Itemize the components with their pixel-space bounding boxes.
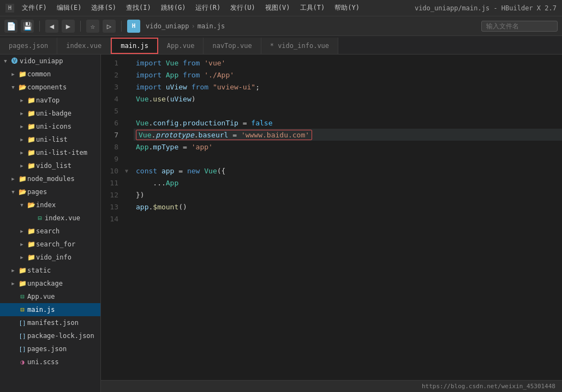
run-button[interactable]: ▷ bbox=[103, 20, 116, 33]
fold-gutter bbox=[125, 69, 134, 81]
line-number: 13 bbox=[101, 201, 125, 213]
tab-bar: pages.json index.vue main.js App.vue nav… bbox=[0, 36, 562, 55]
menu-run[interactable]: 运行(R) bbox=[191, 2, 225, 14]
sidebar-item-manifest-json[interactable]: [] manifest.json bbox=[0, 316, 100, 329]
sidebar-item-common[interactable]: ▶ 📁 common bbox=[0, 68, 100, 81]
menu-find[interactable]: 查找(I) bbox=[122, 2, 156, 14]
folder-arrow: ▶ bbox=[9, 268, 17, 273]
menu-view[interactable]: 视图(V) bbox=[261, 2, 295, 14]
sidebar-label: uni-list-item bbox=[36, 149, 87, 156]
sidebar-label: pages bbox=[27, 188, 47, 196]
toolbar-separator-3 bbox=[121, 21, 122, 32]
sidebar-item-app-vue[interactable]: ⊟ App.vue bbox=[0, 290, 100, 303]
line-number: 4 bbox=[101, 93, 125, 105]
sidebar-label: search bbox=[36, 227, 59, 235]
folder-arrow: ▶ bbox=[17, 163, 26, 168]
folder-icon: 📁 bbox=[26, 97, 36, 104]
sidebar-item-uni-scss[interactable]: ◑ uni.scss bbox=[0, 355, 100, 369]
folder-icon: 📁 bbox=[17, 280, 27, 287]
bookmark-button[interactable]: ☆ bbox=[86, 20, 99, 33]
sidebar-item-uni-badge[interactable]: ▶ 📁 uni-badge bbox=[0, 107, 100, 120]
tab-index-vue[interactable]: index.vue bbox=[57, 38, 111, 54]
sidebar-item-pages[interactable]: ▼ 📂 pages bbox=[0, 185, 100, 198]
sidebar-item-vido-info[interactable]: ▶ 📁 vido_info bbox=[0, 251, 100, 264]
fold-gutter bbox=[125, 201, 134, 213]
line-number: 9 bbox=[101, 153, 125, 165]
line-code bbox=[134, 105, 562, 117]
sidebar-label: main.js bbox=[27, 306, 55, 313]
sidebar-item-search[interactable]: ▶ 📁 search bbox=[0, 225, 100, 238]
toolbar-separator bbox=[39, 21, 40, 32]
new-file-button[interactable]: 📄 bbox=[4, 20, 17, 33]
tab-vido-info-vue[interactable]: * vido_info.vue bbox=[261, 38, 338, 54]
sidebar-item-main-js[interactable]: ⊟ main.js bbox=[0, 303, 100, 316]
fold-gutter bbox=[125, 117, 134, 129]
sidebar-item-uni-icons[interactable]: ▶ 📁 uni-icons bbox=[0, 120, 100, 133]
footer: https://blog.csdn.net/weixin_45301448 bbox=[101, 380, 562, 392]
folder-icon: 📂 bbox=[17, 83, 27, 91]
tab-pages-json[interactable]: pages.json bbox=[0, 38, 57, 54]
sidebar-item-index-vue[interactable]: ⊟ index.vue bbox=[0, 212, 100, 225]
menu-file[interactable]: 文件(F) bbox=[17, 2, 51, 14]
folder-arrow: ▼ bbox=[9, 189, 17, 195]
folder-icon: 📁 bbox=[26, 254, 36, 261]
line-number: 1 bbox=[101, 57, 125, 69]
sidebar-item-pages-json[interactable]: [] pages.json bbox=[0, 342, 100, 355]
code-line-14: 14 bbox=[101, 213, 562, 225]
sidebar-label: uni-badge bbox=[36, 110, 71, 117]
tab-main-js[interactable]: main.js bbox=[111, 38, 158, 54]
file-search-input[interactable] bbox=[481, 21, 558, 32]
menu-tools[interactable]: 工具(T) bbox=[296, 2, 330, 14]
forward-button[interactable]: ▶ bbox=[62, 20, 75, 33]
menu-jump[interactable]: 跳转(G) bbox=[157, 2, 190, 14]
sidebar-label: unpackage bbox=[27, 280, 63, 287]
sidebar-item-search-for[interactable]: ▶ 📁 search_for bbox=[0, 238, 100, 251]
menu-publish[interactable]: 发行(U) bbox=[226, 2, 260, 14]
sidebar-label: index.vue bbox=[45, 214, 80, 222]
line-number: 7 bbox=[101, 129, 125, 141]
fold-gutter bbox=[125, 129, 134, 141]
line-number: 6 bbox=[101, 117, 125, 129]
sidebar-item-uni-list[interactable]: ▶ 📁 uni-list bbox=[0, 133, 100, 146]
breadcrumb-sep: › bbox=[191, 22, 195, 30]
breadcrumb-root[interactable]: vido_uniapp bbox=[146, 22, 189, 30]
folder-icon: 📂 bbox=[17, 188, 27, 196]
sidebar-item-package-lock-json[interactable]: [] package-lock.json bbox=[0, 329, 100, 342]
code-editor[interactable]: 1 import Vue from 'vue' 2 import App fro… bbox=[101, 55, 562, 392]
folder-icon: 📁 bbox=[26, 227, 36, 235]
line-code: }) bbox=[134, 189, 562, 201]
sidebar-item-unpackage[interactable]: ▶ 📁 unpackage bbox=[0, 277, 100, 290]
line-code bbox=[134, 153, 562, 165]
tab-navtop-vue[interactable]: navTop.vue bbox=[204, 38, 261, 54]
sidebar-label: common bbox=[27, 70, 51, 78]
sidebar-item-node-modules[interactable]: ▶ 📁 node_modules bbox=[0, 172, 100, 185]
code-line-12: 12 }) bbox=[101, 189, 562, 201]
folder-arrow: ▶ bbox=[17, 137, 26, 142]
line-number: 14 bbox=[101, 213, 125, 225]
code-line-10: 10 ▼ const app = new Vue({ bbox=[101, 165, 562, 177]
back-button[interactable]: ◀ bbox=[45, 20, 58, 33]
line-code: Vue.prototype.baseurl = 'wwww.baidu.com' bbox=[134, 129, 562, 141]
sidebar-item-static[interactable]: ▶ 📁 static bbox=[0, 264, 100, 277]
sidebar-item-index-folder[interactable]: ▼ 📂 index bbox=[0, 198, 100, 212]
folder-icon: 📁 bbox=[26, 149, 36, 156]
sidebar-item-vido-list[interactable]: ▶ 📁 vido_list bbox=[0, 159, 100, 172]
fold-gutter bbox=[125, 93, 134, 105]
save-button[interactable]: 💾 bbox=[21, 20, 34, 33]
sidebar-item-navtop[interactable]: ▶ 📁 navTop bbox=[0, 94, 100, 107]
folder-icon: 📁 bbox=[26, 162, 36, 170]
breadcrumb-file[interactable]: main.js bbox=[198, 22, 225, 30]
menu-help[interactable]: 帮助(Y) bbox=[330, 2, 364, 14]
sidebar-label: search_for bbox=[36, 240, 75, 248]
vue-file-icon: ⊟ bbox=[17, 293, 27, 300]
sidebar-item-uni-list-item[interactable]: ▶ 📁 uni-list-item bbox=[0, 146, 100, 159]
menu-bar: 文件(F) 编辑(E) 选择(S) 查找(I) 跳转(G) 运行(R) 发行(U… bbox=[17, 2, 415, 14]
menu-edit[interactable]: 编辑(E) bbox=[52, 2, 86, 14]
menu-select[interactable]: 选择(S) bbox=[87, 2, 121, 14]
fold-gutter: ▼ bbox=[125, 165, 134, 177]
sidebar-item-components[interactable]: ▼ 📂 components bbox=[0, 81, 100, 94]
sidebar-root-vido-uniapp[interactable]: ▼ 🅥 vido_uniapp bbox=[0, 55, 100, 68]
toolbar-separator-2 bbox=[80, 21, 81, 32]
folder-arrow: ▶ bbox=[17, 242, 26, 247]
tab-app-vue[interactable]: App.vue bbox=[158, 38, 204, 54]
